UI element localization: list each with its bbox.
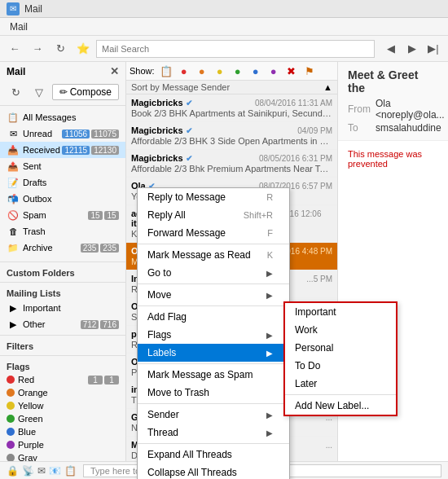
list-item[interactable]: Magicbricks ✔ 04/09 PM Affordable 2/3 BH… xyxy=(126,122,337,150)
menu-mail[interactable]: Mail xyxy=(3,20,34,34)
context-mark-read-shortcut: K xyxy=(267,250,273,260)
msg-filter-green[interactable]: ● xyxy=(230,64,246,77)
msg-filter-flag[interactable]: ⚑ xyxy=(301,64,318,77)
list-item[interactable]: Magicbricks ✔ 08/05/2016 6:31 PM Afforda… xyxy=(126,150,337,178)
sender-name: Magicbricks ✔ xyxy=(131,125,192,135)
sidebar-refresh-button[interactable]: ↻ xyxy=(7,82,26,102)
context-goto[interactable]: Go to ▶ xyxy=(138,264,289,282)
nav-prev-button[interactable]: ◀ xyxy=(381,39,401,59)
sidebar-item-all-messages[interactable]: 📋 All Messages xyxy=(0,109,125,125)
context-sep3 xyxy=(138,305,289,306)
label-important-text: Important xyxy=(295,306,336,318)
sidebar-item-green[interactable]: Green xyxy=(0,412,125,425)
red-flag-dot xyxy=(7,376,15,384)
label-todo[interactable]: To Do xyxy=(285,357,396,375)
context-add-flag[interactable]: Add Flag xyxy=(138,308,289,326)
message-list-toolbar: Show: 📋 ● ● ● ● ● ● ✖ ⚑ xyxy=(126,62,337,81)
context-expand-all[interactable]: Expand All Threads xyxy=(138,446,289,464)
sidebar-item-yellow[interactable]: Yellow xyxy=(0,399,125,412)
blue-flag-label: Blue xyxy=(18,427,119,437)
sidebar-item-unread[interactable]: ✉ Unread 11056 11075 xyxy=(0,125,125,142)
context-move-trash-label: Move to Trash xyxy=(147,387,209,398)
spam-badge2: 15 xyxy=(104,211,119,220)
app-icon: ✉ xyxy=(7,2,20,15)
message-date: ... xyxy=(326,441,332,450)
trash-label: Trash xyxy=(23,226,119,236)
context-move[interactable]: Move ▶ xyxy=(138,286,289,304)
refresh-button[interactable]: ↻ xyxy=(51,39,70,59)
context-mark-read[interactable]: Mark Message as Read K xyxy=(138,246,289,264)
msg-filter-purple[interactable]: ● xyxy=(266,64,282,77)
sidebar-item-outbox[interactable]: 📬 Outbox xyxy=(0,191,125,207)
status-icon-network: 📡 xyxy=(22,465,34,477)
sidebar-item-drafts[interactable]: 📝 Drafts xyxy=(0,174,125,191)
sidebar-close-button[interactable]: ✕ xyxy=(110,65,119,77)
drafts-icon: 📝 xyxy=(7,176,20,189)
context-flags[interactable]: Flags ▶ xyxy=(138,326,289,344)
label-important[interactable]: Important xyxy=(285,303,396,321)
label-later[interactable]: Later xyxy=(285,375,396,393)
unread-badge1: 11056 xyxy=(62,130,90,138)
sidebar-item-red[interactable]: Red 1 1 xyxy=(0,373,125,386)
context-reply[interactable]: Reply to Message R xyxy=(138,188,289,206)
sidebar-header: Mail ✕ xyxy=(0,62,125,81)
sort-arrow[interactable]: ▲ xyxy=(323,82,332,92)
msg-filter-blue[interactable]: ● xyxy=(248,64,264,77)
nav-last-button[interactable]: ▶| xyxy=(424,39,443,59)
verified-icon: ✔ xyxy=(186,154,192,163)
sidebar-item-trash[interactable]: 🗑 Trash xyxy=(0,223,125,240)
yellow-flag-label: Yellow xyxy=(18,401,119,411)
flags-submenu-arrow: ▶ xyxy=(266,331,273,340)
message-subject: Book 2/3 BHK Apartments at Sainikpuri, S… xyxy=(131,108,332,118)
context-collapse-all-label: Collapse All Threads xyxy=(147,467,237,478)
preview-title: Meet & Greet the xyxy=(348,68,438,94)
sort-bar: Sort by Message Sender ▲ xyxy=(126,81,337,94)
label-personal[interactable]: Personal xyxy=(285,339,396,357)
back-button[interactable]: ← xyxy=(5,39,24,59)
context-move-label: Move xyxy=(147,289,171,301)
sidebar-item-purple[interactable]: Purple xyxy=(0,438,125,451)
sidebar-item-orange[interactable]: Orange xyxy=(0,386,125,399)
context-labels[interactable]: Labels ▶ xyxy=(138,344,289,362)
list-item[interactable]: Magicbricks ✔ 08/04/2016 11:31 AM Book 2… xyxy=(126,94,337,122)
context-thread[interactable]: Thread ▶ xyxy=(138,424,289,442)
context-reply-all-label: Reply All xyxy=(147,209,186,221)
sidebar-item-received[interactable]: 📥 Received 12115 12130 xyxy=(0,142,125,158)
sidebar-item-blue[interactable]: Blue xyxy=(0,425,125,438)
context-collapse-all[interactable]: Collapse All Threads xyxy=(138,464,289,479)
msg-filter-icon1[interactable]: 📋 xyxy=(158,64,174,77)
compose-button[interactable]: ✏ Compose xyxy=(52,84,119,100)
sidebar-filter-button[interactable]: ▽ xyxy=(29,82,49,102)
sidebar-item-important[interactable]: ▶ Important xyxy=(0,300,125,316)
nav-next-button[interactable]: ▶ xyxy=(402,39,422,59)
sidebar-item-sent[interactable]: 📤 Sent xyxy=(0,158,125,174)
label-add-new[interactable]: Add New Label... xyxy=(285,397,396,415)
all-messages-label: All Messages xyxy=(23,112,119,122)
sent-icon: 📤 xyxy=(7,160,20,173)
sidebar-item-spam[interactable]: 🚫 Spam 15 15 xyxy=(0,207,125,223)
star-button[interactable]: ⭐ xyxy=(73,39,93,59)
msg-filter-red[interactable]: ● xyxy=(176,64,192,77)
context-sender[interactable]: Sender ▶ xyxy=(138,406,289,424)
msg-filter-yellow[interactable]: ● xyxy=(212,64,228,77)
label-work[interactable]: Work xyxy=(285,321,396,339)
context-reply-all[interactable]: Reply All Shift+R xyxy=(138,206,289,224)
purple-flag-label: Purple xyxy=(18,440,119,450)
gray-flag-dot xyxy=(7,454,15,461)
msg-filter-orange[interactable]: ● xyxy=(194,64,210,77)
msg-filter-clear[interactable]: ✖ xyxy=(283,64,300,77)
mailing-lists-header: Mailing Lists xyxy=(0,285,125,300)
sidebar-item-other[interactable]: ▶ Other 712 716 xyxy=(0,316,125,332)
context-mark-spam[interactable]: Mark Message as Spam xyxy=(138,366,289,384)
label-personal-text: Personal xyxy=(295,342,333,354)
forward-button[interactable]: → xyxy=(28,39,47,59)
context-thread-label: Thread xyxy=(147,427,178,438)
sidebar-item-gray[interactable]: Gray xyxy=(0,451,125,461)
flags-header: Flags xyxy=(0,358,125,373)
context-forward[interactable]: Forward Message F xyxy=(138,224,289,242)
menu-bar: Mail xyxy=(0,18,448,36)
sidebar-item-archive[interactable]: 📁 Archive 235 235 xyxy=(0,240,125,256)
message-subject: Affordable 2/3 Bhk Premium Apartments Ne… xyxy=(131,164,332,174)
search-input[interactable] xyxy=(96,40,375,58)
context-move-trash[interactable]: Move to Trash xyxy=(138,384,289,402)
